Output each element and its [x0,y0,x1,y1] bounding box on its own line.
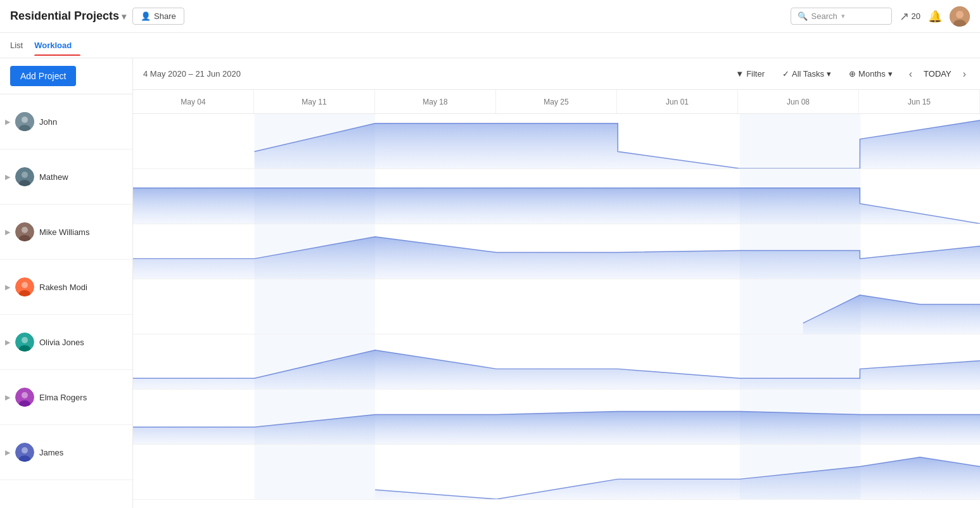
project-title-chevron-icon[interactable]: ▾ [122,11,126,22]
svg-point-10 [22,227,28,233]
months-chevron-icon: ▾ [888,69,893,79]
bell-icon[interactable]: 🔔 [928,10,942,23]
main-layout: Add Project ▶ John ▶ Mathew ▶ Mike Willi… [0,58,980,508]
all-tasks-button[interactable]: ✓ All Tasks ▾ [777,67,836,81]
expand-icon-james: ▶ [5,448,10,457]
top-bar: Residential Projects ▾ 👤 Share 🔍 Search … [0,0,980,33]
trend-icon: ↗ [900,10,909,23]
avatar-rakesh [15,277,34,296]
share-button[interactable]: 👤 Share [132,8,184,25]
project-title: Residential Projects ▾ [10,10,126,23]
notification-count: 20 [912,11,920,21]
svg-marker-29 [133,188,980,224]
avatar-elma [15,388,34,407]
timeline-header: May 04 May 11 May 18 May 25 Jun 01 Jun 0… [133,90,980,114]
person-row-mathew[interactable]: ▶ Mathew [0,149,132,205]
chart-row-mathew [133,169,980,224]
notifications[interactable]: ↗ 20 [900,10,920,23]
chart-header: 4 May 2020 – 21 Jun 2020 ▼ Filter ✓ All … [133,58,980,90]
date-col-may04: May 04 [133,90,254,113]
filter-icon: ▼ [735,69,744,79]
expand-icon-john: ▶ [5,118,10,126]
chart-controls: ▼ Filter ✓ All Tasks ▾ ⊕ Months ▾ ‹ TODA… [730,66,970,82]
person-row-james[interactable]: ▶ James [0,425,132,480]
date-range: 4 May 2020 – 21 Jun 2020 [143,69,241,79]
chart-row-olivia [133,334,980,390]
add-project-button[interactable]: Add Project [10,66,76,86]
expand-icon-mike: ▶ [5,228,10,236]
avatar-olivia [15,333,34,352]
search-icon: 🔍 [798,11,808,21]
search-placeholder: Search [811,11,837,21]
top-bar-right: 🔍 Search ▾ ↗ 20 🔔 [791,6,970,27]
person-row-olivia[interactable]: ▶ Olivia Jones [0,315,132,370]
expand-icon-olivia: ▶ [5,338,10,346]
avatar-john [15,112,34,131]
date-col-jun01: Jun 01 [617,90,738,113]
avatar-mike [15,222,34,241]
person-row-rakesh[interactable]: ▶ Rakesh Modi [0,260,132,315]
share-icon: 👤 [141,11,151,21]
search-chevron-icon: ▾ [841,12,845,20]
svg-rect-25 [740,114,861,168]
person-row-mike[interactable]: ▶ Mike Williams [0,205,132,260]
expand-icon-mathew: ▶ [5,173,10,181]
today-button[interactable]: TODAY [924,69,951,79]
sub-nav: List Workload [0,33,980,58]
svg-point-4 [22,117,28,123]
tab-list[interactable]: List [10,35,32,55]
share-label: Share [154,11,176,21]
top-bar-left: Residential Projects ▾ 👤 Share [10,8,184,25]
svg-point-7 [22,172,28,178]
chart-row-james [133,445,980,500]
search-box[interactable]: 🔍 Search ▾ [791,8,892,25]
chart-row-rakesh [133,279,980,334]
svg-point-1 [956,11,964,18]
svg-point-22 [22,447,28,454]
chart-row-mike [133,224,980,279]
person-name-mike: Mike Williams [39,227,89,237]
chart-rows [133,114,980,508]
svg-rect-33 [255,279,376,334]
months-button[interactable]: ⊕ Months ▾ [844,67,898,81]
person-name-mathew: Mathew [39,172,68,182]
person-row-elma[interactable]: ▶ Elma Rogers [0,370,132,425]
sidebar-header: Add Project [0,58,132,94]
person-row-john[interactable]: ▶ John [0,94,132,149]
check-circle-icon: ✓ [782,69,789,79]
chart-row-elma [133,390,980,445]
chart-area: 4 May 2020 – 21 Jun 2020 ▼ Filter ✓ All … [133,58,980,508]
date-col-jun15: Jun 15 [859,90,980,113]
person-name-elma: Elma Rogers [39,393,87,402]
person-name-rakesh: Rakesh Modi [39,283,87,292]
expand-icon-rakesh: ▶ [5,283,10,291]
svg-marker-44 [375,457,980,499]
chart-row-john [133,114,980,169]
person-name-john: John [39,117,57,127]
all-tasks-chevron-icon: ▾ [827,69,831,79]
user-avatar[interactable] [950,6,970,27]
svg-point-19 [22,392,28,398]
avatar-james [15,443,34,462]
plus-circle-icon: ⊕ [849,69,856,79]
project-title-text: Residential Projects [10,10,119,23]
timeline-container: May 04 May 11 May 18 May 25 Jun 01 Jun 0… [133,90,980,508]
prev-button[interactable]: ‹ [905,66,916,82]
date-col-may11: May 11 [254,90,375,113]
avatar-mathew [15,167,34,186]
date-col-jun08: Jun 08 [738,90,859,113]
person-name-olivia: Olivia Jones [39,338,84,347]
next-button[interactable]: › [959,66,970,82]
expand-icon-elma: ▶ [5,393,10,402]
date-col-may18: May 18 [375,90,496,113]
tab-workload[interactable]: Workload [34,35,80,55]
date-col-may25: May 25 [496,90,617,113]
filter-button[interactable]: ▼ Filter [730,67,770,81]
sidebar: Add Project ▶ John ▶ Mathew ▶ Mike Willi… [0,58,133,508]
svg-point-16 [22,337,28,343]
svg-rect-42 [255,445,376,499]
person-name-james: James [39,448,63,457]
svg-point-13 [22,282,28,288]
